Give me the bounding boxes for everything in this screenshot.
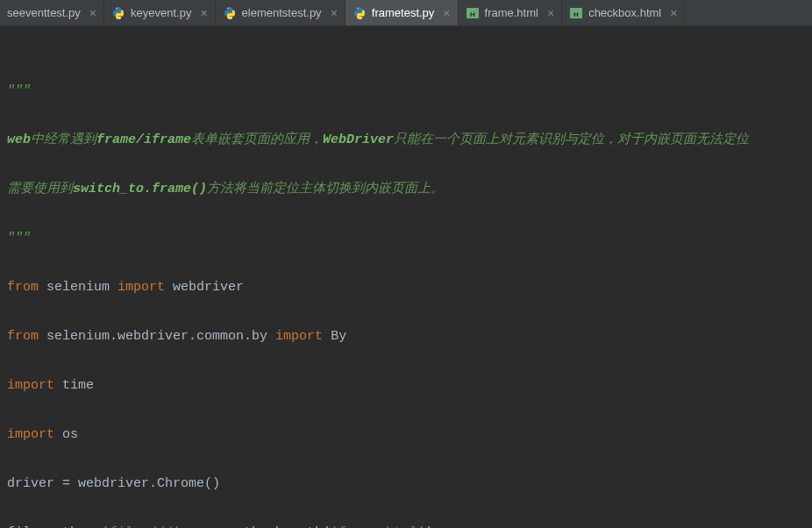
code-text <box>54 378 62 393</box>
doc-text: 只能在一个页面上对元素识别与定位，对于内嵌页面无法定位 <box>394 132 749 147</box>
mod: selenium <box>46 280 110 295</box>
kw-import: import <box>7 427 54 442</box>
close-icon[interactable]: × <box>670 7 677 19</box>
svg-point-4 <box>357 8 358 9</box>
kw-import: import <box>118 280 165 295</box>
tab-keyevent[interactable]: keyevent.py × <box>104 0 216 25</box>
close-icon[interactable]: × <box>443 7 450 19</box>
kw-from: from <box>7 329 39 344</box>
svg-text:H: H <box>470 11 475 18</box>
cls: By <box>331 329 346 344</box>
doc-text: frame/iframe <box>96 132 191 147</box>
close-icon[interactable]: × <box>89 7 96 19</box>
tab-label: frame.html <box>485 6 538 19</box>
svg-point-3 <box>231 17 231 18</box>
svg-point-2 <box>227 8 228 9</box>
mod: os <box>62 427 78 442</box>
svg-point-1 <box>119 17 120 18</box>
close-icon[interactable]: × <box>331 7 338 19</box>
doc-text: 中经常遇到 <box>31 132 96 147</box>
doc-text: WebDriver <box>323 132 394 147</box>
tab-label: seeventtest.py <box>7 6 81 19</box>
kw-from: from <box>7 280 39 295</box>
tab-elementstest[interactable]: elementstest.py × <box>216 0 345 25</box>
doc-text: 需要使用到 <box>7 182 73 196</box>
docstring-close: """ <box>7 231 31 246</box>
html-icon: H <box>466 6 480 20</box>
svg-point-0 <box>116 8 117 9</box>
tab-label: keyevent.py <box>131 6 191 19</box>
doc-text: 方法将当前定位主体切换到内嵌页面上。 <box>207 182 444 196</box>
doc-text: switch_to.frame() <box>73 182 207 196</box>
tab-seeventtest[interactable]: seeventtest.py × <box>0 0 104 25</box>
tab-label: frametest.py <box>372 6 435 19</box>
kw-import: import <box>275 329 323 344</box>
code-text <box>323 329 331 344</box>
doc-text: 表单嵌套页面的应用， <box>191 132 323 147</box>
code-text: driver = webdriver. <box>7 476 157 491</box>
code-editor[interactable]: """ web中经常遇到frame/iframe表单嵌套页面的应用，WebDri… <box>0 26 812 528</box>
code-text <box>110 280 118 295</box>
code-text: () <box>204 476 220 491</box>
close-icon[interactable]: × <box>200 7 207 19</box>
code-text <box>267 329 275 344</box>
docstring-open: """ <box>7 83 31 98</box>
code-text <box>54 427 62 442</box>
tab-frametest[interactable]: frametest.py × <box>345 0 459 25</box>
tab-frame-html[interactable]: H frame.html × <box>459 0 563 25</box>
code-text <box>39 280 46 295</box>
mod: time <box>62 378 94 393</box>
code-text <box>39 329 46 344</box>
tab-label: checkbox.html <box>588 6 661 19</box>
mod: selenium.webdriver.common.by <box>46 329 267 344</box>
python-icon <box>353 6 367 20</box>
kw-import: import <box>7 378 54 393</box>
tab-checkbox-html[interactable]: H checkbox.html × <box>562 0 685 25</box>
svg-point-5 <box>360 17 361 18</box>
code-text <box>165 280 173 295</box>
svg-text:H: H <box>573 11 579 18</box>
tab-bar: seeventtest.py × keyevent.py × elementst… <box>0 0 812 26</box>
doc-text: web <box>7 132 31 147</box>
code-content: """ web中经常遇到frame/iframe表单嵌套页面的应用，WebDri… <box>7 54 812 528</box>
python-icon <box>111 6 125 20</box>
mod: webdriver <box>173 280 244 295</box>
python-icon <box>223 6 237 20</box>
tab-label: elementstest.py <box>242 6 322 19</box>
fn: Chrome <box>157 476 204 491</box>
html-icon: H <box>569 6 583 20</box>
close-icon[interactable]: × <box>547 7 554 19</box>
